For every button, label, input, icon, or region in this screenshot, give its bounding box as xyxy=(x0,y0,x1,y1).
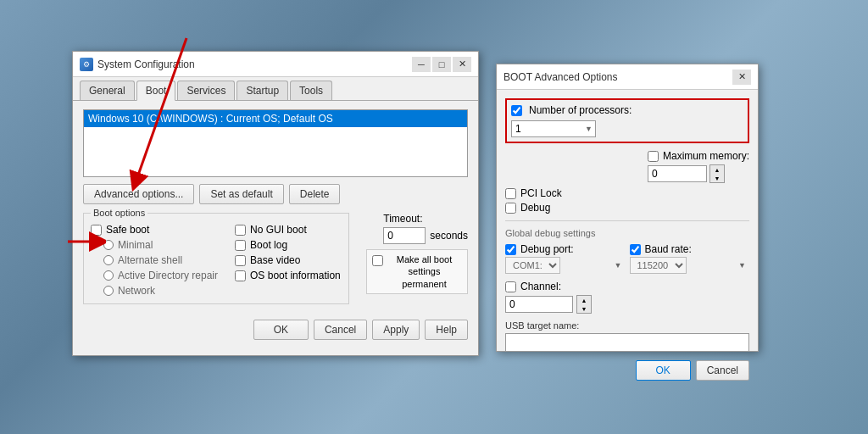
osboot-row: OS boot information xyxy=(235,270,341,281)
basevideo-label: Base video xyxy=(250,254,300,266)
make-permanent-checkbox-area: Make all boot settings permanent xyxy=(366,249,468,294)
help-button[interactable]: Help xyxy=(425,320,468,340)
adrepair-label: Active Directory repair xyxy=(118,270,218,281)
cancel-button[interactable]: Cancel xyxy=(314,320,367,340)
timeout-input[interactable] xyxy=(383,227,426,244)
max-memory-input-row: ▲ ▼ xyxy=(648,164,749,183)
nogui-checkbox[interactable] xyxy=(235,225,246,236)
network-label: Network xyxy=(118,285,155,297)
channel-input-row: ▲ ▼ xyxy=(505,295,749,314)
boot-col-right: No GUI boot Boot log Base video OS xyxy=(235,224,341,297)
max-memory-label: Maximum memory: xyxy=(663,150,749,162)
bootlog-row: Boot log xyxy=(235,239,341,251)
max-memory-area: Maximum memory: ▲ ▼ xyxy=(505,150,749,183)
timeout-area: Timeout: seconds xyxy=(383,213,468,244)
max-memory-down[interactable]: ▼ xyxy=(710,174,724,182)
os-list: Windows 10 (C:\WINDOWS) : Current OS; De… xyxy=(83,109,468,177)
adrepair-radio[interactable] xyxy=(103,270,114,281)
boot-adv-buttons: OK Cancel xyxy=(505,360,749,381)
nogui-label: No GUI boot xyxy=(250,224,307,236)
os-item[interactable]: Windows 10 (C:\WINDOWS) : Current OS; De… xyxy=(84,110,467,127)
sysconfig-minimize-button[interactable]: ─ xyxy=(412,57,431,72)
max-memory-col: Maximum memory: ▲ ▼ xyxy=(648,150,749,183)
boot-adv-ok-button[interactable]: OK xyxy=(636,360,691,381)
debug-port-check-row: Debug port: xyxy=(505,243,626,255)
tab-tools[interactable]: Tools xyxy=(290,81,332,100)
set-default-button[interactable]: Set as default xyxy=(199,184,283,204)
debug-row: Debug xyxy=(505,202,749,214)
debug-grid: Debug port: COM1: COM2: Baud rate: 11520… xyxy=(505,243,749,274)
altshell-label: Alternate shell xyxy=(118,254,182,266)
timeout-label: Timeout: xyxy=(383,213,468,225)
max-memory-up[interactable]: ▲ xyxy=(710,165,724,174)
baud-rate-label: Baud rate: xyxy=(645,243,692,255)
buttons-row: Advanced options... Set as default Delet… xyxy=(83,184,468,204)
sysconfig-icon: ⚙ xyxy=(80,58,93,71)
baud-rate-checkbox[interactable] xyxy=(630,244,641,255)
network-row: Network xyxy=(91,285,218,297)
boot-adv-title: BOOT Advanced Options xyxy=(504,71,618,83)
minimal-radio[interactable] xyxy=(103,240,114,250)
highlighted-processors-box: Number of processors: 1 2 4 xyxy=(505,98,749,143)
apply-button[interactable]: Apply xyxy=(372,320,420,340)
sysconfig-maximize-button[interactable]: □ xyxy=(432,57,451,72)
num-processors-row: Number of processors: xyxy=(511,104,743,116)
channel-up[interactable]: ▲ xyxy=(577,296,591,304)
boot-adv-close-button[interactable]: ✕ xyxy=(732,70,751,85)
altshell-row: Alternate shell xyxy=(91,254,218,266)
boot-options-section: Boot options Safe boot Minimal xyxy=(83,213,349,304)
basevideo-row: Base video xyxy=(235,254,341,266)
usb-section: USB target name: xyxy=(505,320,749,352)
sysconfig-titlebar: ⚙ System Configuration ─ □ ✕ xyxy=(73,52,478,77)
sysconfig-title: System Configuration xyxy=(97,58,195,70)
timeout-permanent-area: Timeout: seconds Make all boot settings … xyxy=(358,213,468,294)
max-memory-row: Maximum memory: xyxy=(648,150,749,162)
nogui-row: No GUI boot xyxy=(235,224,341,236)
pci-lock-checkbox[interactable] xyxy=(505,188,516,199)
make-permanent-label: Make all boot settings permanent xyxy=(387,253,462,290)
safe-boot-checkbox[interactable] xyxy=(91,225,102,236)
max-memory-input[interactable] xyxy=(648,165,707,182)
boot-col-left: Safe boot Minimal Alternate shell A xyxy=(91,224,218,297)
debug-checkbox[interactable] xyxy=(505,203,516,214)
global-debug-label: Global debug settings xyxy=(505,228,749,238)
tab-boot[interactable]: Boot xyxy=(136,81,176,101)
osboot-checkbox[interactable] xyxy=(235,270,246,281)
boot-options-label: Boot options xyxy=(91,208,147,218)
num-processors-select[interactable]: 1 2 4 xyxy=(511,120,596,137)
num-processors-select-wrapper: 1 2 4 xyxy=(511,120,596,137)
boot-adv-cancel-button[interactable]: Cancel xyxy=(696,360,749,381)
bootlog-checkbox[interactable] xyxy=(235,240,246,251)
sysconfig-content: Windows 10 (C:\WINDOWS) : Current OS; De… xyxy=(73,101,478,348)
tab-startup[interactable]: Startup xyxy=(236,81,288,100)
advanced-options-button[interactable]: Advanced options... xyxy=(83,184,194,204)
make-permanent-checkbox[interactable] xyxy=(372,255,383,266)
tab-general[interactable]: General xyxy=(80,81,135,100)
channel-spinner: ▲ ▼ xyxy=(576,295,592,314)
bootlog-label: Boot log xyxy=(250,239,287,251)
debug-port-field: Debug port: COM1: COM2: xyxy=(505,243,626,274)
max-memory-spinner: ▲ ▼ xyxy=(709,164,725,183)
usb-target-label: USB target name: xyxy=(505,320,749,331)
pci-lock-label: PCI Lock xyxy=(520,187,562,199)
channel-input[interactable] xyxy=(505,296,573,313)
baud-rate-select[interactable]: 115200 9600 xyxy=(630,257,687,274)
channel-checkbox[interactable] xyxy=(505,281,516,292)
bottom-buttons: OK Cancel Apply Help xyxy=(83,320,468,340)
divider xyxy=(505,220,749,221)
sysconfig-close-button[interactable]: ✕ xyxy=(453,57,471,72)
usb-target-input[interactable] xyxy=(505,333,749,352)
channel-down[interactable]: ▼ xyxy=(577,304,591,313)
max-memory-checkbox[interactable] xyxy=(648,151,659,162)
tab-services[interactable]: Services xyxy=(177,81,235,100)
boot-advanced-window: BOOT Advanced Options ✕ Number of proces… xyxy=(496,64,759,352)
minimal-label: Minimal xyxy=(118,239,153,251)
debug-port-checkbox[interactable] xyxy=(505,244,516,255)
delete-button[interactable]: Delete xyxy=(289,184,341,204)
network-radio[interactable] xyxy=(103,286,114,296)
num-processors-checkbox[interactable] xyxy=(511,105,522,116)
altshell-radio[interactable] xyxy=(103,255,114,265)
debug-port-select[interactable]: COM1: COM2: xyxy=(505,257,560,274)
ok-button[interactable]: OK xyxy=(253,320,309,340)
basevideo-checkbox[interactable] xyxy=(235,255,246,266)
